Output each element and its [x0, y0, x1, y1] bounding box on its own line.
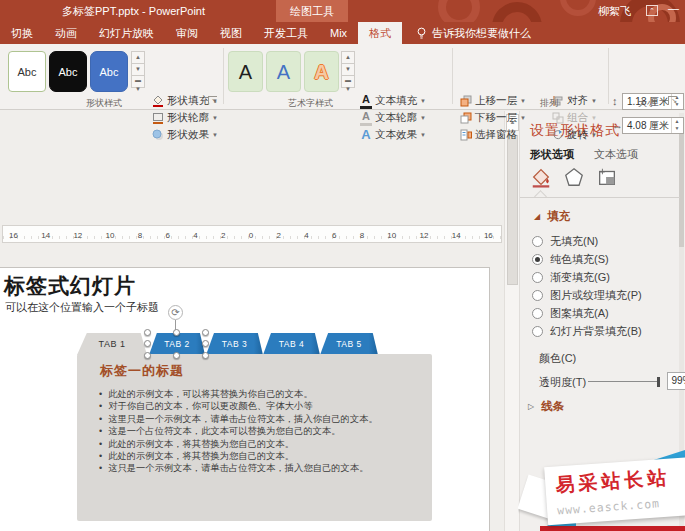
pane-tab-text-options[interactable]: 文本选项 — [594, 147, 638, 162]
tab-content-panel[interactable]: 标签一的标题 •此处的示例文本，可以将其替换为你自己的文本。 •对于你自己的文本… — [77, 354, 432, 521]
pane-scrollbar-thumb[interactable] — [679, 117, 684, 247]
selection-handle[interactable] — [202, 329, 209, 336]
radio-icon[interactable] — [532, 236, 543, 247]
tab-view[interactable]: 视图 — [209, 22, 253, 44]
rotation-handle-icon[interactable]: ⟳ — [168, 305, 183, 320]
slide-tab-5[interactable]: TAB 5 — [320, 333, 378, 355]
tab-content-title[interactable]: 标签一的标题 — [100, 362, 184, 380]
arrange-group-label: 排列 — [540, 97, 558, 110]
send-backward-button[interactable]: 下移一层▼ — [460, 110, 526, 126]
text-fill-button[interactable]: A 文本填充▼ — [360, 93, 426, 109]
radio-icon[interactable] — [532, 326, 543, 337]
shape-style-preset-3[interactable]: Abc — [90, 51, 128, 92]
fill-option-solid[interactable]: 纯色填充(S) — [532, 252, 609, 267]
shape-effects-button[interactable]: 形状效果▼ — [152, 127, 218, 143]
tab-review[interactable]: 审阅 — [165, 22, 209, 44]
radio-icon[interactable] — [532, 272, 543, 283]
transparency-slider[interactable] — [588, 381, 660, 382]
lightbulb-icon — [416, 27, 427, 40]
drawing-tools-context-tab[interactable]: 绘图工具 — [276, 0, 348, 22]
fill-option-no-fill[interactable]: 无填充(N) — [532, 234, 598, 249]
text-effects-button[interactable]: A 文本效果▼ — [360, 127, 426, 143]
bullet-glyph: • — [99, 400, 102, 412]
gallery-more-icon[interactable]: ▬▼ — [341, 75, 355, 88]
vertical-scrollbar[interactable]: ▲ — [504, 111, 519, 531]
text-fill-icon: A — [360, 93, 372, 109]
watermark-red-strip — [540, 526, 685, 531]
selection-handle[interactable] — [173, 329, 180, 336]
slide-canvas[interactable]: 标签式幻灯片 可以在这个位置输入一个子标题 ⟳ TAB 1 TAB 2 TAB … — [0, 267, 490, 531]
dropdown-arrow-icon: ▼ — [212, 132, 218, 138]
fill-line-icon[interactable] — [530, 165, 552, 189]
group-button[interactable]: 组合▼ — [552, 110, 597, 126]
slide-subtitle[interactable]: 可以在这个位置输入一个子标题 — [5, 300, 159, 315]
size-properties-icon[interactable] — [596, 165, 618, 189]
bullet-item: •这里只是一个示例文本，请单击占位符文本，插入你自己的文本。 — [99, 413, 422, 425]
minimize-button[interactable]: — — [668, 2, 679, 14]
selection-handle[interactable] — [144, 329, 151, 336]
tab-format[interactable]: 格式 — [358, 22, 402, 44]
line-section-header[interactable]: ▷ 线条 — [528, 399, 564, 414]
align-button[interactable]: 对齐▼ — [552, 93, 597, 109]
gallery-more-icon[interactable]: ▬▼ — [131, 75, 145, 88]
radio-icon[interactable] — [532, 308, 543, 319]
bring-forward-icon — [460, 95, 472, 107]
text-effects-icon: A — [360, 129, 372, 141]
bullet-text: 对于你自己的文本，你可以更改颜色、字体大小等 — [108, 400, 313, 412]
tab-animations[interactable]: 动画 — [44, 22, 88, 44]
fill-option-slide-background[interactable]: 幻灯片背景填充(B) — [532, 324, 642, 339]
rotate-button[interactable]: 旋转▼ — [552, 127, 597, 143]
bullet-glyph: • — [99, 462, 102, 474]
bullet-glyph: • — [99, 450, 102, 462]
wordart-preset-1[interactable]: A — [228, 51, 263, 92]
tab-mix[interactable]: Mix — [319, 22, 358, 44]
pane-tab-shape-options[interactable]: 形状选项 — [530, 147, 574, 162]
user-name[interactable]: 柳絮飞 — [598, 4, 631, 19]
shape-style-preset-2[interactable]: Abc — [49, 51, 87, 92]
titlebar-decoration — [560, 0, 596, 16]
bullet-item: •此处的示例文本，将其替换为您自己的文本。 — [99, 450, 422, 462]
slide-tab-3[interactable]: TAB 3 — [206, 333, 263, 355]
tell-me-box[interactable]: 告诉我你想要做什么 — [416, 22, 531, 44]
spinner-arrows-icon[interactable]: ▲▼ — [671, 118, 682, 133]
radio-checked-icon[interactable] — [532, 254, 543, 265]
fill-section-header[interactable]: ◢ 填充 — [534, 209, 570, 224]
text-outline-icon: A — [360, 110, 372, 126]
selection-handle[interactable] — [173, 352, 180, 359]
bring-forward-button[interactable]: 上移一层▼ — [460, 93, 526, 109]
wordart-preset-3[interactable]: A — [304, 51, 339, 92]
slide-tab-4[interactable]: TAB 4 — [263, 333, 320, 355]
transparency-slider-handle[interactable] — [657, 377, 660, 387]
transparency-value-box[interactable]: 99% — [667, 372, 685, 390]
fill-option-picture-texture[interactable]: 图片或纹理填充(P) — [532, 288, 642, 303]
selection-handle[interactable] — [144, 340, 151, 347]
bullet-glyph: • — [99, 425, 102, 437]
ribbon-display-options-icon[interactable]: ⌃ — [646, 5, 658, 16]
selection-handle[interactable] — [202, 352, 209, 359]
shape-styles-dialog-launcher-icon[interactable]: ↘ — [208, 96, 217, 105]
horizontal-ruler[interactable]: 1614121086420246810121416 — [2, 225, 502, 243]
group-icon — [552, 112, 564, 124]
shape-outline-button[interactable]: 形状轮廓▼ — [152, 110, 218, 126]
send-backward-icon — [460, 112, 472, 124]
effects-pentagon-icon[interactable] — [563, 165, 585, 189]
text-outline-button[interactable]: A 文本轮廓▼ — [360, 110, 426, 126]
fill-option-pattern[interactable]: 图案填充(A) — [532, 306, 609, 321]
shape-style-preset-1[interactable]: Abc — [8, 51, 46, 92]
selection-pane-button[interactable]: 选择窗格 — [460, 127, 517, 143]
size-dialog-launcher-icon[interactable]: ↘ — [668, 96, 677, 105]
selection-handle[interactable] — [144, 352, 151, 359]
tab-slideshow[interactable]: 幻灯片放映 — [88, 22, 165, 44]
wordart-preset-2[interactable]: A — [266, 51, 301, 92]
selection-handle[interactable] — [202, 340, 209, 347]
tell-me-label: 告诉我你想要做什么 — [432, 22, 531, 44]
radio-icon[interactable] — [532, 290, 543, 301]
fill-option-gradient[interactable]: 渐变填充(G) — [532, 270, 610, 285]
wordart-group-label: 艺术字样式 — [288, 97, 333, 110]
scrollbar-thumb[interactable] — [507, 135, 518, 285]
shape-width-input[interactable]: 4.08 厘米 ▲▼ — [622, 117, 684, 134]
tab-transitions[interactable]: 切换 — [0, 22, 44, 44]
tab-developer[interactable]: 开发工具 — [253, 22, 319, 44]
slide-title[interactable]: 标签式幻灯片 — [4, 272, 136, 300]
slide-tab-1[interactable]: TAB 1 — [77, 333, 147, 355]
